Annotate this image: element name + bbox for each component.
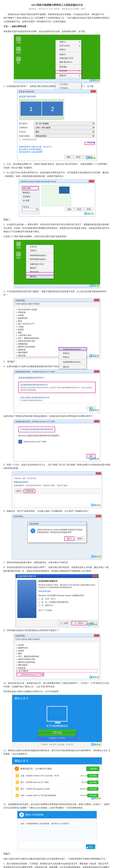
screenshot-confirm-yes: 设备管理器 设备管理器 ? 您想允许Windows Update 在线搜索可能适… — [12, 514, 102, 559]
close-icon[interactable] — [94, 420, 100, 423]
wizard-sidebar-graphic — [17, 580, 36, 618]
device-tree[interactable]: 处理器 磁盘驱动器 监视器 键盘 声音、视频和游戏控制器 鼠标和其他指针设备 通… — [15, 642, 99, 679]
app-titlebar[interactable]: 驱动人生 6 — [12, 695, 102, 702]
close-icon[interactable] — [89, 180, 94, 182]
radio-no[interactable]: 否，暂时不(T) — [38, 604, 97, 607]
intel-sidebar-item[interactable]: 启用旋转 — [22, 195, 39, 198]
close-icon[interactable] — [96, 515, 101, 517]
ctx-view[interactable]: 查看(V)▸ — [55, 40, 81, 44]
ctx-undo[interactable]: 撤销 重命名(U) — [55, 60, 81, 64]
ctx-properties[interactable]: 属性(R) — [26, 275, 53, 279]
ctx-manage[interactable]: 管理(G) — [26, 249, 53, 253]
driver-row: 主板 - Intel(R) 8 Series LPC Controller - … — [14, 773, 100, 779]
device-context-menu[interactable]: 更新驱动程序软件(P)... 禁用(D) 卸载(U) 扫描检测硬件改动(A) 属… — [59, 347, 87, 369]
install-button[interactable]: 点击安装 — [87, 780, 99, 784]
no-button[interactable]: 否(N) — [75, 536, 84, 540]
select-display[interactable]: 1|2. 多个监视器 — [34, 122, 95, 125]
ctx-paste[interactable]: 粘贴(P) — [55, 53, 81, 56]
install-button[interactable]: 点击安装 — [87, 787, 99, 791]
back-button[interactable]: 上一步(B) — [58, 621, 71, 625]
select-orientation[interactable]: 横向 — [34, 130, 95, 133]
ctx-open[interactable]: 打开(O) — [26, 245, 53, 249]
window-titlebar[interactable]: 更改显示器的外观 — [17, 90, 97, 93]
ctx-shortcut[interactable]: 创建快捷方式(S) — [26, 262, 53, 266]
auto-search-option[interactable]: 自动搜索更新的驱动程序软件(S) Windows 将在您的计算机和 Intern… — [18, 382, 96, 393]
window-titlebar[interactable]: 欢迎使用硬件更新向导 — [15, 574, 99, 578]
app-titlebar[interactable]: 驱动人生 6 — [12, 757, 102, 764]
desktop-icon[interactable]: 回收站 — [15, 252, 22, 259]
text-size-link[interactable]: 放大或缩小文本和其他项目 — [19, 148, 42, 150]
ctx-properties[interactable]: 属性(R) — [59, 365, 86, 369]
ctx-refresh[interactable]: 刷新(E) — [55, 48, 81, 52]
install-all-button[interactable]: 一键安装 — [86, 767, 100, 771]
radio-yes-always[interactable]: 是，这一次和每次连接设备时(E) — [38, 601, 97, 603]
chat-input[interactable] — [19, 841, 84, 849]
ctx-delete[interactable]: 删除(D) — [26, 266, 53, 270]
gpu-icon — [18, 440, 22, 443]
intel-sidebar-item[interactable]: 3D 设置 — [22, 199, 39, 202]
ctx-paste-shortcut[interactable]: 粘贴快捷方式(S) — [55, 56, 81, 60]
window-titlebar[interactable]: 设备管理器 — [14, 299, 100, 302]
close-icon[interactable] — [94, 299, 100, 301]
ctx-map-drive[interactable]: 映射网络驱动器(N)... — [26, 254, 53, 257]
window-titlebar[interactable]: 设备管理器 — [12, 515, 102, 518]
uninstall-button[interactable]: 卸载/更改 — [24, 489, 35, 493]
close-icon[interactable] — [90, 90, 96, 93]
projector-link[interactable]: 连接到投影仪 (或按 win 键，并点击 P) — [19, 146, 51, 148]
ctx-disable[interactable]: 禁用(D) — [59, 351, 86, 355]
select-resolution[interactable]: 1280 × 800 (推荐) — [34, 126, 95, 129]
ok-button[interactable]: 确定 — [64, 155, 73, 159]
ctx-graphics[interactable]: 图形属性... — [55, 65, 81, 69]
cancel-button[interactable]: 取消 — [75, 207, 84, 211]
menubar[interactable]: 文件(F) 操作(A) 查看(V) 帮助(H) — [14, 302, 100, 306]
help-link[interactable]: 我应该选择什么显示器设置? — [19, 151, 43, 153]
watermark: 系统城 — [89, 284, 99, 287]
programs-list[interactable] — [14, 494, 100, 506]
desktop-icon[interactable]: 网络 — [15, 57, 22, 64]
method3-desc: 如果上面的几种方法都没办法解决问题的话那么有可能是硬件问题了，下面就来讲硬件不能… — [3, 857, 111, 861]
next-button[interactable]: 下一步(N) > — [72, 621, 87, 625]
intel-sidebar-item[interactable]: 颜色校正 — [22, 191, 39, 194]
radio-yes-once[interactable]: 是，仅这一次(Y) — [38, 597, 97, 600]
method1-desc: 很多朋友可能不知道如何设置分辨率，首先在桌面空白处右键，选择屏幕分辨率，如下图： — [3, 30, 111, 33]
taskbar[interactable] — [14, 284, 100, 288]
ctx-scan[interactable]: 扫描检测硬件改动(A) — [59, 360, 86, 364]
screenshot-driver-latest: 更新驱动程序软件 - NVIDIA GeForce GT 720M 已安装适合设… — [14, 420, 100, 462]
window-titlebar[interactable]: Intel(R) Graphics Media Accelerator Driv… — [19, 180, 95, 183]
close-icon[interactable] — [92, 575, 98, 577]
ctx-new[interactable]: 新建(W)▸ — [55, 74, 81, 78]
privacy-link[interactable]: 请阅读隐私策略 — [38, 590, 50, 592]
close-icon[interactable] — [94, 634, 100, 637]
organize-button[interactable]: 组织 ▾ — [15, 489, 23, 493]
desktop-icon[interactable]: 计算机 — [15, 36, 22, 44]
window-titlebar[interactable] — [12, 472, 102, 475]
display-adapter-node[interactable]: 显示适配器 — [16, 669, 98, 673]
manual-search-option[interactable]: 浏览计算机以查找驱动程序软件(R) 手动查找并安装驱动程序软件。 — [18, 395, 96, 403]
intel-scheme-label: 方案选项 — [22, 206, 39, 208]
yes-button[interactable]: 是(Y) — [64, 536, 74, 541]
window-titlebar[interactable]: 设备管理器 — [14, 634, 100, 638]
ok-button[interactable]: 确定 — [65, 207, 74, 211]
window-titlebar[interactable]: 更新驱动程序软件 - NVIDIA GeForce GT 720M — [14, 420, 100, 424]
breadcrumb[interactable]: 控制面板 › 程序 › 程序和功能 — [14, 477, 100, 479]
install-button[interactable]: 点击安装 — [87, 774, 99, 778]
display-adapter-device[interactable]: NVIDIA GeForce GT 720M — [16, 673, 44, 677]
intel-scheme-select[interactable] — [22, 208, 39, 211]
apply-button[interactable]: 应用 — [84, 207, 93, 211]
ctx-disconnect[interactable]: 断开网络驱动器(C)... — [26, 257, 53, 261]
desktop-icon[interactable]: 回收站 — [15, 46, 22, 54]
cancel-button[interactable]: 取消 — [74, 155, 83, 159]
ctx-gadgets[interactable]: 小工具(G) — [55, 83, 81, 86]
close-icon[interactable] — [94, 370, 100, 373]
close-icon[interactable] — [96, 472, 101, 475]
menubar[interactable]: 文件(F) 操作(A) 查看(V) 帮助(H) — [14, 638, 100, 641]
ctx-uninstall[interactable]: 卸载(U) — [59, 355, 86, 359]
taskbar[interactable] — [14, 79, 100, 83]
select-multi[interactable]: 复制这些显示 — [34, 134, 95, 138]
desktop-icon-computer[interactable]: 计算机 — [15, 242, 22, 249]
install-button[interactable]: 点击安装 — [87, 794, 99, 797]
intel-sidebar-item[interactable]: 显示设置 — [22, 186, 39, 190]
ctx-sort[interactable]: 排序方式(O)▸ — [55, 44, 81, 48]
screenshot-update-driver-wizard: 更新驱动程序软件 - NVIDIA GeForce GT 720M 您想如何搜索… — [14, 370, 100, 413]
window-titlebar[interactable]: 更新驱动程序软件 - NVIDIA GeForce GT 720M — [14, 370, 100, 374]
